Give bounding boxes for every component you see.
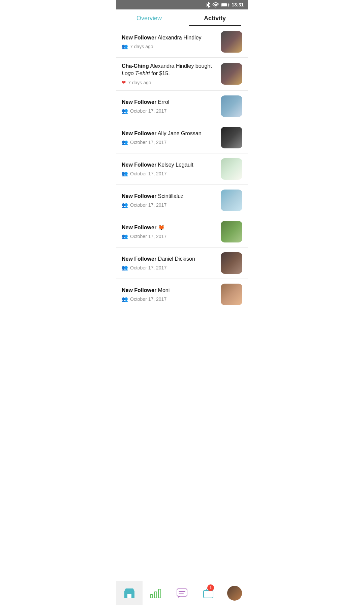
activity-title: New Follower Scintillaluz [122,193,217,200]
activity-item[interactable]: New Follower Daniel Dickison 👥 October 1… [116,248,248,279]
activity-timestamp: October 17, 2017 [130,171,166,176]
activity-meta: 👥 7 days ago [122,44,217,50]
avatar [221,284,242,305]
activity-title: New Follower Ally Jane Grossan [122,130,217,137]
activity-meta: 👥 October 17, 2017 [122,265,217,271]
activity-meta: 👥 October 17, 2017 [122,139,217,145]
activity-title: Cha-Ching Alexandra Hindley bought Logo … [122,62,217,78]
avatar [221,190,242,211]
avatar [221,127,242,148]
avatar [221,31,242,53]
svg-point-0 [215,6,216,7]
avatar [221,63,242,85]
tab-bar: Overview Activity [116,9,248,26]
activity-timestamp: 7 days ago [128,80,151,85]
follower-icon: 👥 [122,44,128,50]
bluetooth-icon [206,2,211,8]
activity-item[interactable]: New Follower Scintillaluz 👥 October 17, … [116,185,248,216]
activity-timestamp: October 17, 2017 [130,202,166,208]
activity-content: New Follower Moni 👥 October 17, 2017 [122,287,217,302]
status-bar: 13:31 [116,0,248,9]
activity-item[interactable]: New Follower Ally Jane Grossan 👥 October… [116,122,248,153]
activity-list: New Follower Alexandra Hindley 👥 7 days … [116,26,248,310]
avatar [221,95,242,117]
activity-meta: 👥 October 17, 2017 [122,108,217,114]
avatar [221,221,242,242]
activity-item[interactable]: New Follower Alexandra Hindley 👥 7 days … [116,26,248,58]
activity-timestamp: October 17, 2017 [130,140,166,145]
activity-meta: 👥 October 17, 2017 [122,233,217,239]
follower-icon: 👥 [122,202,128,208]
activity-content: New Follower Ally Jane Grossan 👥 October… [122,130,217,145]
svg-rect-2 [221,3,227,6]
activity-timestamp: October 17, 2017 [130,234,166,239]
activity-title: New Follower Errol [122,98,217,106]
activity-item[interactable]: New Follower 🦊 👥 October 17, 2017 [116,216,248,248]
activity-meta: 👥 October 17, 2017 [122,296,217,302]
activity-content: New Follower Scintillaluz 👥 October 17, … [122,193,217,208]
follower-icon: 👥 [122,171,128,177]
status-time: 13:31 [232,2,244,7]
follower-icon: 👥 [122,108,128,114]
follower-icon: 👥 [122,265,128,271]
activity-content: New Follower Alexandra Hindley 👥 7 days … [122,34,217,50]
activity-timestamp: October 17, 2017 [130,108,166,114]
status-icons [206,2,230,8]
activity-content: New Follower Kelsey Legault 👥 October 17… [122,161,217,177]
activity-item[interactable]: New Follower Kelsey Legault 👥 October 17… [116,153,248,185]
tab-activity[interactable]: Activity [182,9,248,26]
activity-content: Cha-Ching Alexandra Hindley bought Logo … [122,62,217,86]
avatar [221,252,242,274]
activity-title: New Follower 🦊 [122,224,217,231]
follower-icon: 👥 [122,296,128,302]
activity-item[interactable]: New Follower Errol 👥 October 17, 2017 [116,91,248,122]
activity-item[interactable]: New Follower Moni 👥 October 17, 2017 [116,279,248,310]
follower-icon: 👥 [122,139,128,145]
activity-meta: 👥 October 17, 2017 [122,202,217,208]
activity-timestamp: 7 days ago [130,44,153,49]
activity-meta: 👥 October 17, 2017 [122,171,217,177]
activity-timestamp: October 17, 2017 [130,296,166,302]
heart-icon: ❤ [122,80,126,86]
activity-timestamp: October 17, 2017 [130,265,166,270]
activity-meta: ❤ 7 days ago [122,80,217,86]
avatar [221,158,242,180]
activity-item[interactable]: Cha-Ching Alexandra Hindley bought Logo … [116,58,248,91]
wifi-icon [212,2,219,7]
activity-title: New Follower Alexandra Hindley [122,34,217,41]
activity-title: New Follower Daniel Dickison [122,255,217,263]
activity-content: New Follower 🦊 👥 October 17, 2017 [122,224,217,239]
activity-content: New Follower Daniel Dickison 👥 October 1… [122,255,217,271]
battery-icon [221,3,230,7]
activity-content: New Follower Errol 👥 October 17, 2017 [122,98,217,114]
activity-title: New Follower Kelsey Legault [122,161,217,169]
page-content: Overview Activity New Follower Alexandra… [116,9,248,337]
activity-title: New Follower Moni [122,287,217,294]
tab-overview[interactable]: Overview [116,9,182,26]
follower-icon: 👥 [122,233,128,239]
